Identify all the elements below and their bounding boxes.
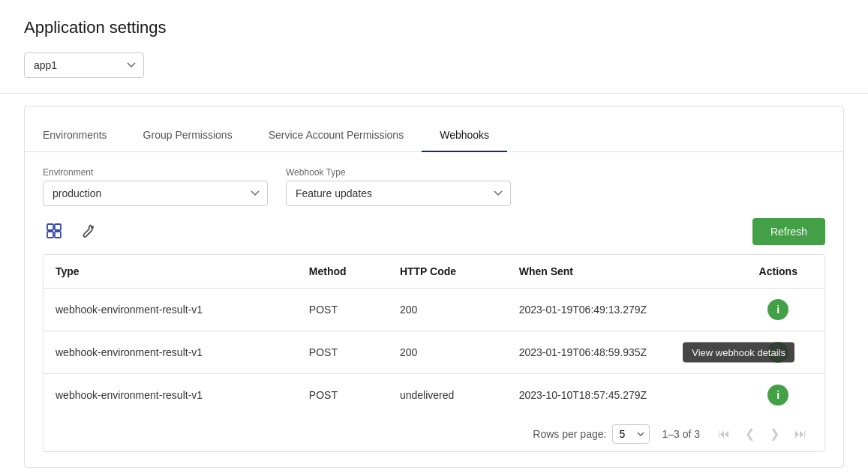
page-title: Application settings [24, 18, 844, 37]
last-page-button[interactable]: ⏭ [788, 424, 812, 444]
td-http_code: 200 [388, 289, 507, 331]
toolbar-left [43, 220, 100, 244]
td-method: POST [297, 289, 388, 331]
td-http_code: 200 [388, 331, 507, 374]
next-page-button[interactable]: ❯ [764, 424, 785, 444]
tab-environments[interactable]: Environments [25, 118, 125, 151]
tab-group-permissions[interactable]: Group Permissions [125, 118, 251, 151]
environment-filter: Environment production staging developme… [43, 167, 268, 206]
toolbar-row: Refresh [43, 218, 825, 245]
wrench-icon [80, 223, 97, 241]
table-header-row: Type Method HTTP Code When Sent Actions [44, 255, 824, 289]
table-row: webhook-environment-result-v1POST2002023… [44, 289, 824, 331]
td-method: POST [297, 374, 388, 417]
wrench-icon-button[interactable] [77, 220, 100, 244]
app-selector[interactable]: app1 app2 [24, 52, 144, 78]
rows-per-page-label: Rows per page: [533, 428, 606, 440]
webhook-type-filter: Webhook Type Feature updates All [286, 167, 511, 206]
filters-row: Environment production staging developme… [43, 167, 825, 206]
environment-label: Environment [43, 167, 268, 178]
th-method: Method [297, 255, 388, 289]
th-when-sent: When Sent [507, 255, 732, 289]
tab-service-account-permissions[interactable]: Service Account Permissions [251, 118, 422, 151]
table-row: webhook-environment-result-v1POST2002023… [44, 331, 824, 374]
page-nav: ⏮ ❮ ❯ ⏭ [712, 424, 812, 444]
th-type: Type [44, 255, 297, 289]
main-content: Environments Group Permissions Service A… [24, 106, 844, 468]
th-actions: Actions [732, 255, 824, 289]
info-icon-button[interactable]: i [767, 299, 788, 320]
environment-select[interactable]: production staging development [43, 181, 268, 206]
td-when_sent: 2023-01-19T06:49:13.279Z [507, 289, 732, 331]
td-actions: View webhook detailsi [732, 331, 824, 374]
pagination-row: Rows per page: 5 10 25 1–3 of 3 ⏮ ❮ ❯ ⏭ [44, 416, 824, 451]
table-row: webhook-environment-result-v1POSTundeliv… [44, 374, 824, 417]
first-page-button[interactable]: ⏮ [712, 424, 736, 444]
webhooks-table: Type Method HTTP Code When Sent Actions … [44, 255, 824, 416]
svg-rect-2 [47, 232, 53, 238]
table-wrapper: Type Method HTTP Code When Sent Actions … [43, 254, 825, 452]
td-http_code: undelivered [388, 374, 507, 417]
td-type: webhook-environment-result-v1 [44, 374, 297, 417]
td-actions: i [732, 289, 824, 331]
td-when_sent: 2023-01-19T06:48:59.935Z [507, 331, 732, 374]
divider [0, 93, 868, 94]
rows-per-page-container: Rows per page: 5 10 25 [533, 424, 650, 444]
prev-page-button[interactable]: ❮ [739, 424, 761, 444]
svg-rect-0 [47, 224, 53, 230]
td-method: POST [297, 331, 388, 374]
page-container: Application settings app1 app2 Environme… [0, 0, 868, 476]
th-http-code: HTTP Code [388, 255, 507, 289]
td-actions: i [732, 374, 824, 417]
app-selector-container: app1 app2 [24, 52, 844, 78]
webhook-type-select[interactable]: Feature updates All [286, 181, 511, 206]
content-area: Environment production staging developme… [25, 152, 843, 467]
info-icon-button[interactable]: i [767, 385, 788, 406]
tabs-container: Environments Group Permissions Service A… [25, 118, 843, 152]
page-info: 1–3 of 3 [662, 428, 700, 440]
svg-rect-3 [55, 232, 61, 238]
info-icon-button[interactable]: i [767, 342, 788, 363]
td-when_sent: 2023-10-10T18:57:45.279Z [507, 374, 732, 417]
td-type: webhook-environment-result-v1 [44, 331, 297, 374]
tab-webhooks[interactable]: Webhooks [422, 118, 507, 151]
svg-rect-1 [55, 224, 61, 230]
refresh-button[interactable]: Refresh [752, 218, 825, 245]
webhook-type-label: Webhook Type [286, 167, 511, 178]
grid-icon-button[interactable] [43, 220, 65, 244]
grid-icon [46, 223, 62, 241]
rows-per-page-select[interactable]: 5 10 25 [612, 424, 650, 444]
td-type: webhook-environment-result-v1 [44, 289, 297, 331]
svg-point-4 [91, 226, 94, 229]
